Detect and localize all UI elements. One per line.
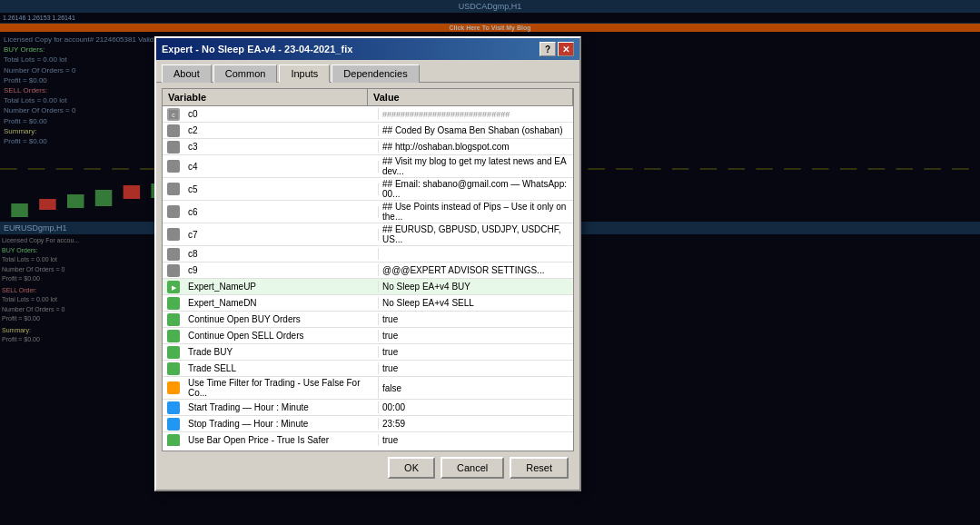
row-name-time-filter: Use Time Filter for Trading - Use False … bbox=[184, 377, 379, 399]
modal-help-button[interactable]: ? bbox=[539, 42, 556, 56]
modal-tab-common[interactable]: Common bbox=[213, 64, 278, 83]
inputs-table: Variable Value c c0 ####################… bbox=[162, 88, 574, 451]
input-row-start-trading[interactable]: Start Trading — Hour : Minute 00:00 bbox=[163, 400, 573, 416]
row-value-c8[interactable] bbox=[379, 253, 573, 255]
row-icon-cont-buy bbox=[163, 313, 184, 326]
row-name-c8: c8 bbox=[184, 248, 379, 260]
row-name-c2: c2 bbox=[184, 124, 379, 136]
input-row-c8[interactable]: c8 bbox=[163, 246, 573, 262]
row-name-c6: c6 bbox=[184, 206, 379, 218]
input-row-trade-buy[interactable]: Trade BUY true bbox=[163, 344, 573, 361]
row-value-exp-nameup[interactable]: No Sleep EA+v4 BUY bbox=[379, 281, 573, 292]
modal-tabs: About Common Inputs Dependencies bbox=[156, 60, 579, 83]
input-row-time-filter[interactable]: Use Time Filter for Trading - Use False … bbox=[163, 377, 573, 400]
row-name-c9: c9 bbox=[184, 264, 379, 276]
row-name-cont-sell: Continue Open SELL Orders bbox=[184, 330, 379, 342]
row-value-trade-buy[interactable]: true bbox=[379, 346, 573, 358]
row-icon-cont-sell bbox=[163, 330, 184, 342]
row-name-bar-open: Use Bar Open Price - True Is Safer bbox=[184, 434, 379, 446]
modal-footer: OK Cancel Reset bbox=[162, 451, 574, 484]
header-variable: Variable bbox=[163, 89, 368, 105]
row-value-trade-sell[interactable]: true bbox=[379, 362, 573, 374]
input-row-cont-sell[interactable]: Continue Open SELL Orders true bbox=[163, 328, 573, 344]
svg-text:c: c bbox=[172, 112, 175, 118]
row-name-exp-nameup: Expert_NameUP bbox=[184, 281, 379, 292]
cancel-button[interactable]: Cancel bbox=[441, 457, 504, 479]
input-row-c2[interactable]: c2 ## Coded By Osama Ben Shaban (oshaban… bbox=[163, 123, 573, 139]
row-icon-c8 bbox=[163, 248, 184, 261]
modal-title: Expert - No Sleep EA-v4 - 23-04-2021_fix bbox=[162, 44, 352, 54]
row-icon-c4 bbox=[163, 160, 184, 173]
modal-tab-inputs[interactable]: Inputs bbox=[279, 64, 330, 83]
input-row-c0[interactable]: c c0 ############################ bbox=[163, 106, 573, 123]
svg-rect-235 bbox=[169, 126, 178, 135]
row-name-exp-namedn: Expert_NameDN bbox=[184, 297, 379, 309]
row-name-trade-sell: Trade SELL bbox=[184, 362, 379, 374]
row-name-stop-trading: Stop Trading — Hour : Minute bbox=[184, 418, 379, 430]
modal-tab-about[interactable]: About bbox=[162, 64, 212, 83]
inputs-scroll[interactable]: c c0 ############################ c2 ## … bbox=[163, 106, 573, 446]
input-row-cont-buy[interactable]: Continue Open BUY Orders true bbox=[163, 312, 573, 328]
row-icon-c7 bbox=[163, 228, 184, 241]
row-value-bar-open[interactable]: true bbox=[379, 434, 573, 446]
input-row-exp-namedn[interactable]: Expert_NameDN No Sleep EA+v4 SELL bbox=[163, 295, 573, 312]
row-icon-c0: c bbox=[163, 108, 184, 121]
modal-titlebar: Expert - No Sleep EA-v4 - 23-04-2021_fix… bbox=[156, 38, 579, 60]
input-row-c4[interactable]: c4 ## Visit my blog to get my latest new… bbox=[163, 155, 573, 178]
row-value-cont-buy[interactable]: true bbox=[379, 313, 573, 325]
input-row-c7[interactable]: c7 ## EURUSD, GBPUSD, USDJPY, USDCHF, US… bbox=[163, 223, 573, 246]
ok-button[interactable]: OK bbox=[388, 457, 435, 479]
modal-tab-dependencies[interactable]: Dependencies bbox=[332, 64, 419, 83]
row-icon-start-trading bbox=[163, 401, 184, 414]
inputs-table-header: Variable Value bbox=[163, 89, 573, 106]
row-icon-c3 bbox=[163, 141, 184, 154]
input-row-bar-open[interactable]: Use Bar Open Price - True Is Safer true bbox=[163, 432, 573, 446]
input-row-c6[interactable]: c6 ## Use Points instead of Pips – Use i… bbox=[163, 201, 573, 223]
modal-controls: ? ✕ bbox=[539, 42, 574, 56]
row-value-c3[interactable]: ## http://oshaban.blogspot.com bbox=[379, 141, 573, 153]
input-row-c9[interactable]: c9 @@@EXPERT ADVISOR SETTINGS... bbox=[163, 262, 573, 279]
row-value-c4[interactable]: ## Visit my blog to get my latest news a… bbox=[379, 155, 573, 177]
row-icon-c5 bbox=[163, 183, 184, 195]
modal-close-button[interactable]: ✕ bbox=[558, 42, 574, 56]
row-icon-time-filter bbox=[163, 381, 184, 394]
row-name-c5: c5 bbox=[184, 183, 379, 195]
row-value-c2[interactable]: ## Coded By Osama Ben Shaban (oshaban) bbox=[379, 124, 573, 136]
row-name-cont-buy: Continue Open BUY Orders bbox=[184, 313, 379, 325]
row-value-cont-sell[interactable]: true bbox=[379, 330, 573, 342]
row-value-time-filter[interactable]: false bbox=[379, 382, 573, 394]
row-name-trade-buy: Trade BUY bbox=[184, 346, 379, 358]
input-row-c3[interactable]: c3 ## http://oshaban.blogspot.com bbox=[163, 139, 573, 155]
row-name-c4: c4 bbox=[184, 161, 379, 173]
input-row-c5[interactable]: c5 ## Email: shabano@gmail.com — WhatsAp… bbox=[163, 178, 573, 201]
row-name-c0: c0 bbox=[184, 108, 379, 120]
row-icon-c2 bbox=[163, 124, 184, 137]
row-value-c0[interactable]: ############################ bbox=[379, 109, 573, 120]
row-icon-bar-open bbox=[163, 434, 184, 447]
row-value-exp-namedn[interactable]: No Sleep EA+v4 SELL bbox=[379, 297, 573, 309]
row-value-stop-trading[interactable]: 23:59 bbox=[379, 418, 573, 430]
row-value-c5[interactable]: ## Email: shabano@gmail.com — WhatsApp: … bbox=[379, 178, 573, 200]
modal-dialog: Expert - No Sleep EA-v4 - 23-04-2021_fix… bbox=[154, 36, 581, 491]
row-icon-exp-nameup: ▶ bbox=[163, 281, 184, 293]
row-value-start-trading[interactable]: 00:00 bbox=[379, 401, 573, 413]
header-value: Value bbox=[368, 89, 573, 105]
row-name-c3: c3 bbox=[184, 141, 379, 153]
input-row-stop-trading[interactable]: Stop Trading — Hour : Minute 23:59 bbox=[163, 416, 573, 432]
row-icon-trade-sell bbox=[163, 362, 184, 375]
input-row-exp-nameup[interactable]: ▶ Expert_NameUP No Sleep EA+v4 BUY bbox=[163, 279, 573, 295]
row-icon-exp-namedn bbox=[163, 297, 184, 310]
row-icon-c6 bbox=[163, 205, 184, 218]
row-icon-c9 bbox=[163, 264, 184, 277]
row-value-c6[interactable]: ## Use Points instead of Pips – Use it o… bbox=[379, 201, 573, 223]
row-icon-trade-buy bbox=[163, 346, 184, 359]
row-name-c7: c7 bbox=[184, 229, 379, 241]
row-icon-stop-trading bbox=[163, 418, 184, 431]
row-value-c9[interactable]: @@@EXPERT ADVISOR SETTINGS... bbox=[379, 264, 573, 276]
modal-overlay: Expert - No Sleep EA-v4 - 23-04-2021_fix… bbox=[0, 0, 980, 525]
reset-button[interactable]: Reset bbox=[510, 457, 569, 479]
input-row-trade-sell[interactable]: Trade SELL true bbox=[163, 361, 573, 377]
row-value-c7[interactable]: ## EURUSD, GBPUSD, USDJPY, USDCHF, US... bbox=[379, 223, 573, 245]
row-name-start-trading: Start Trading — Hour : Minute bbox=[184, 401, 379, 413]
modal-body: Variable Value c c0 ####################… bbox=[156, 83, 579, 490]
